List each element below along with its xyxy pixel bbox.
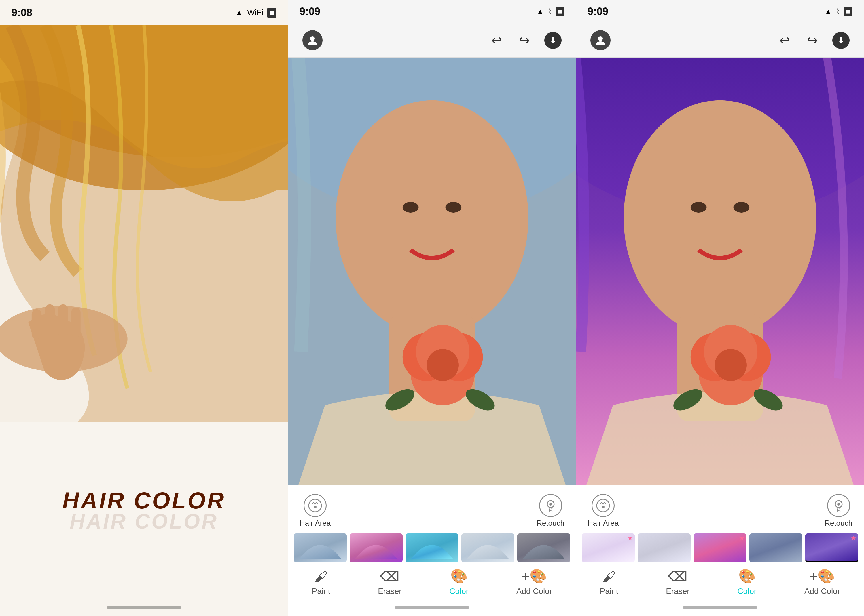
hair-color-shadow: HAIR COLOR xyxy=(70,509,218,533)
status-bar-1: 9:08 ▲ WiFi ■ xyxy=(0,0,288,25)
signal-icon-3: ▲ xyxy=(825,7,832,16)
eraser-label-2: Eraser xyxy=(378,587,402,596)
svg-rect-4 xyxy=(32,309,41,339)
download-button-3[interactable]: ⬇ xyxy=(832,31,850,49)
photo-svg-3 xyxy=(576,58,864,486)
svg-rect-6 xyxy=(58,305,68,338)
swatch-2-1[interactable] xyxy=(350,533,403,562)
home-bar-3 xyxy=(683,606,757,608)
home-indicator-2 xyxy=(288,599,576,616)
add-color-tool-2[interactable]: +🎨 Add Color xyxy=(516,568,552,596)
undo-button-3[interactable]: ↩ xyxy=(776,30,793,50)
add-color-label-2: Add Color xyxy=(516,587,552,596)
hair-photo-area xyxy=(0,25,288,421)
download-button-2[interactable]: ⬇ xyxy=(544,31,561,49)
battery-icon-2: ■ xyxy=(556,7,565,16)
redo-button-2[interactable]: ↪ xyxy=(516,30,533,50)
photo-area-3 xyxy=(576,58,864,486)
add-color-icon-3: +🎨 xyxy=(810,568,835,585)
eraser-label-3: Eraser xyxy=(666,587,689,596)
add-color-label-3: Add Color xyxy=(804,587,840,596)
undo-button-2[interactable]: ↩ xyxy=(489,30,505,50)
hair-splash-svg xyxy=(0,25,288,421)
battery-icon-3: ■ xyxy=(844,7,853,16)
swatch-3-4[interactable]: ★ xyxy=(805,533,858,562)
color-icon-2: 🎨 xyxy=(451,568,468,585)
hair-area-label-3: Hair Area xyxy=(588,519,619,528)
swatch-3-1[interactable] xyxy=(638,533,691,562)
svg-point-13 xyxy=(403,202,419,213)
phone-2: 9:09 ▲ ⌇ ■ ↩ ↪ ⬇ xyxy=(288,0,576,616)
swatch-star-3-0: ★ xyxy=(627,534,633,542)
app-header-2: ↩ ↪ ⬇ xyxy=(288,23,576,58)
status-time-3: 9:09 xyxy=(588,5,608,17)
add-color-tool-3[interactable]: +🎨 Add Color xyxy=(804,568,840,596)
swatch-star-3-2: ★ xyxy=(739,534,745,542)
swatch-star-3-4: ★ xyxy=(851,534,856,542)
photo-svg-2 xyxy=(288,58,576,486)
photo-area-2 xyxy=(288,58,576,486)
color-swatches-2 xyxy=(288,531,576,565)
splash-text-area: HAIR COLOR HAIR COLOR xyxy=(0,421,288,599)
home-indicator-3 xyxy=(576,599,864,616)
svg-point-11 xyxy=(336,101,528,336)
phone-3: 9:09 ▲ ⌇ ■ ↩ ↪ ⬇ xyxy=(576,0,864,616)
svg-point-32 xyxy=(733,202,749,213)
home-bar-1 xyxy=(107,606,181,608)
profile-icon-3[interactable] xyxy=(590,30,610,50)
swatch-2-2[interactable] xyxy=(405,533,459,562)
status-bar-3: 9:09 ▲ ⌇ ■ xyxy=(576,0,864,23)
swatch-2-3[interactable] xyxy=(461,533,514,562)
status-bar-2: 9:09 ▲ ⌇ ■ xyxy=(288,0,576,23)
wifi-icon-2: ⌇ xyxy=(548,7,552,16)
svg-point-26 xyxy=(598,36,603,41)
paint-icon-2: 🖌 xyxy=(314,569,328,585)
eraser-icon-2: ⌫ xyxy=(380,568,399,585)
retouch-tool-3[interactable]: Retouch xyxy=(825,494,853,528)
swatch-3-2[interactable]: ★ xyxy=(694,533,746,562)
splash-content: HAIR COLOR HAIR COLOR xyxy=(0,25,288,616)
swatch-3-3[interactable] xyxy=(749,533,803,562)
hair-area-tool-2[interactable]: Hair Area xyxy=(300,494,331,528)
hair-area-label-2: Hair Area xyxy=(300,519,331,528)
tool-row-top-2: Hair Area Retouch xyxy=(288,491,576,531)
svg-point-41 xyxy=(602,506,604,508)
home-bar-2 xyxy=(394,606,470,608)
eraser-tool-3[interactable]: ⌫ Eraser xyxy=(666,568,689,596)
swatch-2-4[interactable] xyxy=(517,533,570,562)
svg-point-19 xyxy=(427,349,459,381)
color-tool-2[interactable]: 🎨 Color xyxy=(449,568,468,596)
battery-icon: ■ xyxy=(267,8,276,18)
color-swatches-3: ★ ★ ★ xyxy=(576,531,864,565)
bottom-tools-row-3: 🖌 Paint ⌫ Eraser 🎨 Color +🎨 Add Color xyxy=(576,565,864,599)
status-icons-3: ▲ ⌇ ■ xyxy=(825,7,853,16)
paint-icon-3: 🖌 xyxy=(602,569,616,585)
paint-label-3: Paint xyxy=(600,587,618,596)
header-actions-2: ↩ ↪ ⬇ xyxy=(489,30,561,50)
hair-area-tool-3[interactable]: Hair Area xyxy=(588,494,619,528)
color-label-3: Color xyxy=(737,587,757,596)
paint-tool-2[interactable]: 🖌 Paint xyxy=(312,569,330,596)
swatch-2-0[interactable] xyxy=(294,533,347,562)
signal-icon: ▲ xyxy=(235,8,243,17)
home-indicator-1 xyxy=(0,599,288,616)
svg-point-8 xyxy=(310,36,315,41)
svg-rect-7 xyxy=(71,308,80,337)
phone-1: 9:08 ▲ WiFi ■ xyxy=(0,0,288,616)
redo-button-3[interactable]: ↪ xyxy=(804,30,821,50)
svg-point-14 xyxy=(445,202,461,213)
retouch-icon-3 xyxy=(827,494,850,517)
paint-tool-3[interactable]: 🖌 Paint xyxy=(600,569,618,596)
color-tool-3[interactable]: 🎨 Color xyxy=(737,568,757,596)
retouch-label-3: Retouch xyxy=(825,519,853,528)
signal-icon-2: ▲ xyxy=(536,7,544,16)
profile-icon-2[interactable] xyxy=(303,30,323,50)
svg-point-23 xyxy=(314,506,317,508)
header-actions-3: ↩ ↪ ⬇ xyxy=(776,30,850,50)
eraser-tool-2[interactable]: ⌫ Eraser xyxy=(378,568,402,596)
retouch-tool-2[interactable]: Retouch xyxy=(536,494,564,528)
bottom-tools-row-2: 🖌 Paint ⌫ Eraser 🎨 Color +🎨 Add Color xyxy=(288,565,576,599)
status-time-1: 9:08 xyxy=(11,6,32,19)
svg-point-43 xyxy=(837,503,840,506)
swatch-3-0[interactable]: ★ xyxy=(582,533,635,562)
